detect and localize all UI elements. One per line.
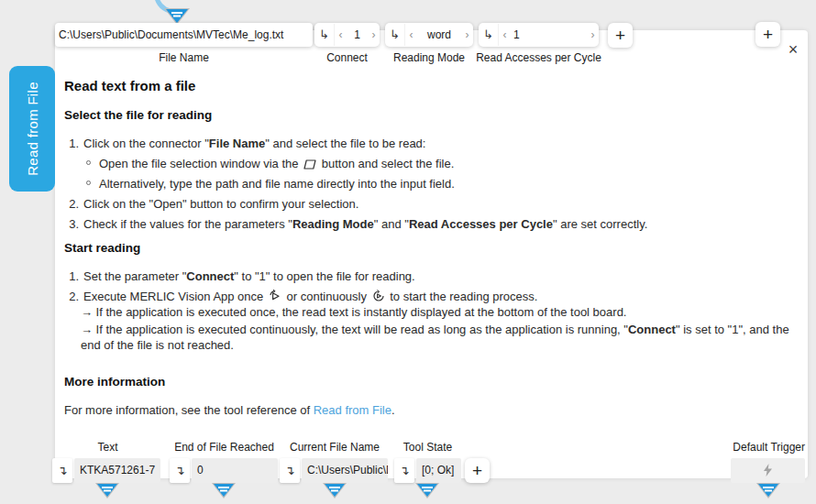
- list-item-text: Click on the "Open" button to confirm yo…: [83, 196, 358, 212]
- connector-triangle-icon[interactable]: [94, 482, 120, 499]
- output-eof-value: 0: [192, 458, 278, 483]
- doc-title: Read text from a file: [64, 78, 799, 93]
- connector-triangle-icon[interactable]: [211, 482, 237, 499]
- list-item: 1. Click on the connector "File Name" an…: [64, 136, 799, 151]
- list-item: Open the file selection window via the b…: [64, 156, 799, 171]
- output-eof: ↴ 0: [170, 458, 278, 483]
- read-accesses-increment-button[interactable]: ›: [587, 28, 599, 41]
- connect-label: Connect: [314, 51, 380, 64]
- file-name-label: File Name: [55, 51, 313, 64]
- output-label-tool-state: Tool State: [394, 441, 461, 454]
- connector-arrow-icon[interactable]: ↳: [314, 24, 335, 46]
- output-label-current-file: Current File Name: [280, 441, 390, 454]
- connector-triangle-icon[interactable]: [414, 482, 440, 499]
- list-marker: 2.: [64, 196, 79, 212]
- list-marker: 1.: [64, 268, 79, 284]
- output-text: ↴ KTKA571261-7: [52, 458, 160, 483]
- list-item-text: Open the file selection window via the b…: [99, 156, 454, 171]
- connector-triangle-icon[interactable]: [755, 482, 781, 499]
- add-parameter-button[interactable]: +: [608, 23, 633, 48]
- tool-tab-read-from-file[interactable]: Read from File: [9, 66, 55, 192]
- read-from-file-link[interactable]: Read from File: [314, 403, 391, 417]
- note-line: → If the application is executed continu…: [64, 322, 799, 353]
- list-item: 2. Click on the "Open" button to confirm…: [64, 196, 799, 212]
- list-item-text: Check if the values for the parameters "…: [83, 216, 647, 232]
- more-info-paragraph: For more information, see the tool refer…: [64, 402, 799, 418]
- file-name-input[interactable]: [55, 23, 313, 47]
- default-trigger-button[interactable]: [731, 458, 805, 483]
- output-current-file: ↴ C:\Users\Public\Documents\MVTec\Me_log…: [280, 458, 388, 483]
- execute-once-icon: [269, 290, 281, 302]
- read-accesses-label: Read Accesses per Cycle: [465, 51, 612, 64]
- connector-triangle-icon[interactable]: [322, 482, 347, 499]
- reading-mode-parameter: ↳ ‹ word ›: [385, 23, 473, 47]
- list-item: 1. Set the parameter "Connect" to "1" to…: [64, 268, 799, 284]
- connect-parameter: ↳ ‹ 1 ›: [314, 23, 380, 47]
- note-line: → If the application is executed once, t…: [64, 304, 799, 320]
- list-item-text: Click on the connector "File Name" and s…: [83, 136, 425, 151]
- connector-arrow-icon[interactable]: ↳: [385, 24, 405, 46]
- bullet-circle-icon: [86, 181, 91, 185]
- list-item: 2. Execute MERLIC Vision App once or con…: [64, 289, 799, 304]
- connect-decrement-button[interactable]: ‹: [335, 28, 347, 41]
- output-label-text: Text: [52, 441, 163, 454]
- output-connector-icon[interactable]: ↴: [394, 458, 414, 483]
- reading-mode-label: Reading Mode: [385, 51, 473, 64]
- default-trigger-label: Default Trigger: [688, 441, 805, 454]
- list-item-text: Set the parameter "Connect" to "1" to op…: [83, 268, 415, 284]
- bullet-circle-icon: [86, 160, 91, 165]
- add-connector-button[interactable]: +: [755, 22, 780, 47]
- output-tool-state-value: [0; Ok]: [416, 458, 461, 483]
- section-heading-more-information: More information: [64, 375, 799, 389]
- list-item: 3. Check if the values for the parameter…: [64, 216, 799, 232]
- section-heading-start-reading: Start reading: [64, 241, 799, 255]
- output-connector-icon[interactable]: ↴: [280, 458, 300, 483]
- list-item-text: Alternatively, type the path and file na…: [99, 176, 455, 192]
- output-connector-icon[interactable]: ↴: [170, 458, 190, 483]
- section-heading-select-file: Select the file for reading: [64, 108, 799, 122]
- read-accesses-decrement-button[interactable]: ‹: [499, 28, 511, 41]
- list-marker: 2.: [64, 289, 79, 304]
- open-file-dialog-icon: [303, 159, 316, 170]
- read-accesses-value[interactable]: 1: [511, 28, 587, 41]
- reading-mode-prev-button[interactable]: ‹: [405, 28, 417, 41]
- output-label-eof: End of File Reached: [170, 441, 279, 454]
- output-text-value: KTKA571261-7: [74, 458, 160, 483]
- reading-mode-next-button[interactable]: ›: [461, 28, 473, 41]
- connect-increment-button[interactable]: ›: [368, 28, 380, 41]
- connect-value[interactable]: 1: [347, 28, 368, 41]
- output-current-file-value: C:\Users\Public\Documents\MVTec\Me_log.t…: [302, 458, 388, 483]
- tool-documentation: Read text from a file Select the file fo…: [64, 78, 799, 418]
- list-marker: 3.: [64, 216, 79, 232]
- output-tool-state: ↴ [0; Ok]: [394, 458, 461, 483]
- list-marker: 1.: [64, 136, 79, 151]
- tool-tab-label: Read from File: [25, 82, 40, 176]
- input-connector-wire[interactable]: [149, 0, 206, 26]
- list-item: Alternatively, type the path and file na…: [64, 176, 799, 192]
- execute-continuously-icon: [372, 290, 385, 302]
- close-icon[interactable]: ×: [784, 40, 802, 59]
- read-accesses-parameter: ↳ ‹ 1 ›: [479, 23, 599, 47]
- reading-mode-value[interactable]: word: [417, 28, 461, 41]
- lightning-bolt-icon: [763, 464, 773, 477]
- connector-arrow-icon[interactable]: ↳: [479, 24, 499, 46]
- output-connector-icon[interactable]: ↴: [52, 458, 72, 483]
- add-output-button[interactable]: +: [465, 458, 490, 483]
- list-item-text: Execute MERLIC Vision App once or contin…: [83, 289, 537, 304]
